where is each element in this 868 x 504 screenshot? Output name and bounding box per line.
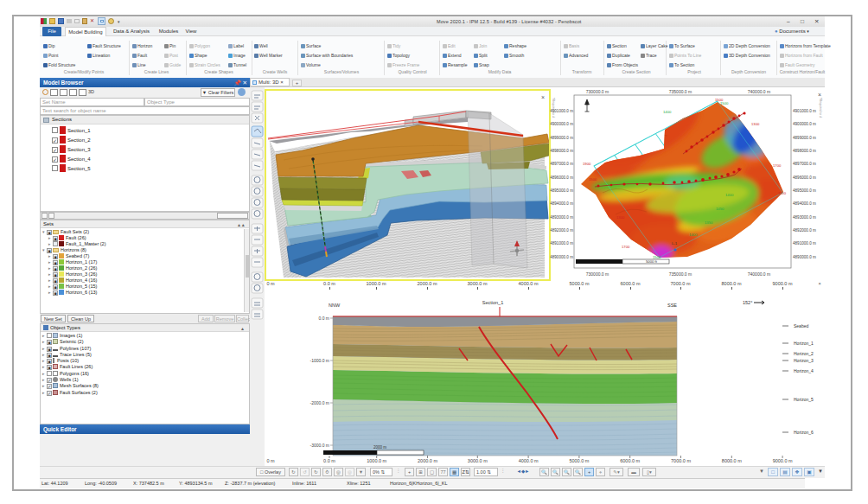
- svg-text:4000.0 m: 4000.0 m: [519, 458, 539, 463]
- svg-text:1700: 1700: [773, 163, 782, 168]
- svg-text:1000.0 m: 1000.0 m: [367, 458, 386, 463]
- svg-text:L-1: L-1: [672, 241, 678, 246]
- svg-text:1300: 1300: [751, 122, 760, 126]
- svg-text:-1000.0 m: -1000.0 m: [310, 358, 329, 363]
- svg-text:1350: 1350: [705, 220, 713, 225]
- svg-text:4897000.0 m: 4897000.0 m: [550, 162, 573, 166]
- svg-text:735000.0 m: 735000.0 m: [669, 89, 692, 94]
- svg-text:740000.0 m: 740000.0 m: [748, 271, 770, 277]
- svg-text:152°: 152°: [743, 300, 752, 305]
- svg-text:1900: 1900: [583, 162, 591, 166]
- svg-text:4892000.0 m: 4892000.0 m: [793, 228, 816, 233]
- svg-text:1450: 1450: [716, 207, 724, 211]
- svg-text:4900000.0 m: 4900000.0 m: [793, 122, 816, 126]
- svg-text:4896000.0 m: 4896000.0 m: [793, 175, 816, 180]
- svg-text:NNW: NNW: [329, 303, 341, 308]
- svg-text:1400: 1400: [725, 193, 734, 197]
- svg-text:-2000.0 m: -2000.0 m: [310, 400, 329, 405]
- svg-text:-3000.0 m: -3000.0 m: [310, 443, 329, 448]
- svg-text:4895000.0 m: 4895000.0 m: [793, 188, 816, 193]
- svg-text:*Required to d: *Required to d: [819, 98, 822, 118]
- svg-text:Horizon_6: Horizon_6: [794, 430, 814, 435]
- svg-text:3000.0 m: 3000.0 m: [468, 458, 488, 463]
- svg-text:4895000.0 m: 4895000.0 m: [550, 188, 573, 193]
- svg-text:4899000.0 m: 4899000.0 m: [793, 136, 816, 140]
- svg-text:9000.0 m: 9000.0 m: [773, 458, 793, 463]
- svg-text:4894000.0 m: 4894000.0 m: [550, 201, 573, 206]
- svg-text:2000 m: 2000 m: [373, 445, 386, 450]
- svg-text:1300: 1300: [616, 215, 625, 220]
- svg-text:4897000.0 m: 4897000.0 m: [793, 162, 816, 166]
- svg-text:Section_1: Section_1: [482, 300, 503, 305]
- svg-text:5000.0 m: 5000.0 m: [569, 458, 589, 463]
- svg-text:2000.0 m: 2000.0 m: [418, 458, 437, 463]
- svg-text:4893000.0 m: 4893000.0 m: [793, 215, 816, 220]
- svg-text:1400: 1400: [663, 110, 672, 114]
- svg-text:0.0 m: 0.0 m: [323, 458, 335, 463]
- svg-text:4896000.0 m: 4896000.0 m: [550, 175, 573, 180]
- svg-text:0 m: 0 m: [266, 458, 275, 463]
- svg-text:4890000.0 m: 4890000.0 m: [550, 255, 573, 259]
- svg-text:4901000.0 m: 4901000.0 m: [793, 109, 816, 113]
- svg-text:1100: 1100: [778, 191, 787, 195]
- svg-text:SSE: SSE: [667, 303, 677, 308]
- svg-text:0.0 m: 0.0 m: [318, 316, 329, 321]
- svg-text:4890000.0 m: 4890000.0 m: [793, 255, 816, 259]
- svg-text:4898000.0 m: 4898000.0 m: [793, 149, 816, 153]
- svg-text:5000 ft: 5000 ft: [646, 259, 658, 264]
- svg-text:4900000.0 m: 4900000.0 m: [550, 122, 573, 126]
- svg-text:1500: 1500: [720, 101, 729, 105]
- svg-text:7000.0 m: 7000.0 m: [671, 458, 691, 463]
- svg-text:740000.0 m: 740000.0 m: [748, 89, 770, 94]
- svg-text:4891000.0 m: 4891000.0 m: [550, 241, 573, 246]
- svg-text:8000.0 m: 8000.0 m: [722, 458, 742, 463]
- svg-text:Horizon_5: Horizon_5: [794, 397, 814, 402]
- svg-text:Seabed: Seabed: [794, 323, 808, 329]
- svg-text:4892000.0 m: 4892000.0 m: [550, 228, 573, 233]
- svg-text:×: ×: [541, 94, 545, 100]
- svg-text:4891000.0 m: 4891000.0 m: [793, 241, 816, 246]
- svg-text:735000.0 m: 735000.0 m: [669, 271, 692, 277]
- svg-text:Horizon_2: Horizon_2: [794, 351, 814, 356]
- svg-text:Horizon_4: Horizon_4: [794, 368, 814, 373]
- svg-text:Horizon_3: Horizon_3: [794, 358, 814, 363]
- svg-text:730000.0 m: 730000.0 m: [586, 89, 609, 94]
- svg-text:4894000.0 m: 4894000.0 m: [793, 201, 816, 206]
- svg-text:Horizon_1: Horizon_1: [794, 341, 814, 346]
- svg-text:1500: 1500: [589, 177, 597, 182]
- svg-text:*Required to d: *Required to d: [552, 98, 555, 118]
- svg-text:4899000.0 m: 4899000.0 m: [550, 136, 573, 140]
- svg-text:730000.0 m: 730000.0 m: [586, 271, 609, 277]
- svg-text:4898000.0 m: 4898000.0 m: [550, 149, 573, 153]
- svg-text:6000.0 m: 6000.0 m: [620, 458, 640, 463]
- svg-text:×: ×: [818, 92, 821, 98]
- svg-text:1700: 1700: [622, 245, 630, 249]
- svg-text:1400: 1400: [689, 233, 698, 237]
- svg-text:4893000.0 m: 4893000.0 m: [550, 215, 573, 220]
